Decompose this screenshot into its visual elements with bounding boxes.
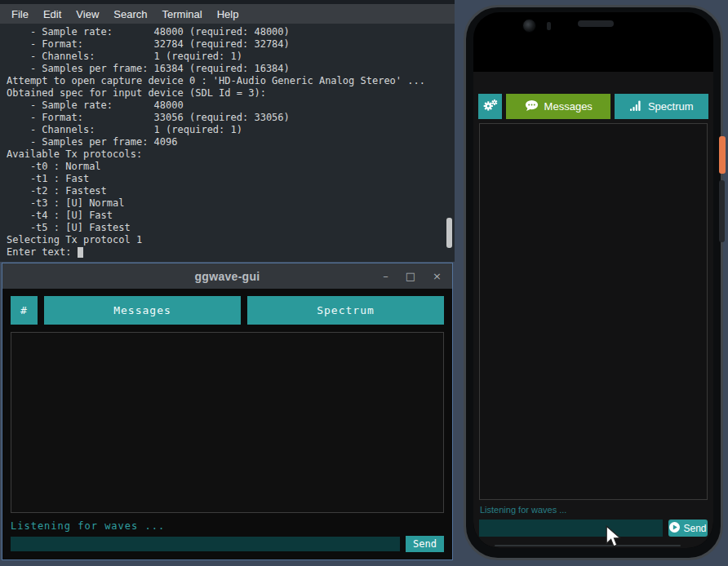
terminal-line: - Format: 33056 (required: 33056) <box>7 112 448 124</box>
message-input[interactable] <box>11 537 400 551</box>
phone-sensor <box>547 22 551 30</box>
terminal-line: - Channels: 1 (required: 1) <box>7 51 448 63</box>
phone-screen: Messages Spectrum <box>473 12 713 548</box>
menu-edit[interactable]: Edit <box>43 8 61 20</box>
menu-help[interactable]: Help <box>217 8 239 20</box>
window-controls: – □ × <box>383 263 442 289</box>
menu-search[interactable]: Search <box>113 8 147 20</box>
phone-emulator: Messages Spectrum <box>464 5 723 560</box>
terminal-scrollbar-thumb[interactable] <box>446 218 452 248</box>
terminal-window: File Edit View Search Terminal Help - Sa… <box>0 0 455 262</box>
phone-tab-row: Messages Spectrum <box>478 94 708 119</box>
listening-status: Listening for waves ... <box>11 520 444 532</box>
phone-send-button[interactable]: Send <box>668 520 708 537</box>
ggwave-gui-window: ggwave-gui – □ × # Messages Spectrum Lis… <box>2 263 453 560</box>
home-indicator <box>495 545 681 546</box>
terminal-line: Enter text: <box>7 246 448 259</box>
terminal-line: - Samples per frame: 4096 <box>7 136 448 148</box>
terminal-line: -t3 : [U] Normal <box>7 197 448 210</box>
menu-view[interactable]: View <box>76 8 99 20</box>
terminal-line: -t5 : [U] Fastest <box>7 222 448 234</box>
send-button[interactable]: Send <box>406 536 444 552</box>
terminal-line: - Samples per frame: 16384 (required: 16… <box>7 63 448 75</box>
gears-icon <box>482 99 498 115</box>
phone-messages-panel <box>479 123 708 500</box>
phone-tab-messages[interactable]: Messages <box>506 94 610 119</box>
gui-input-row: Send <box>11 536 444 552</box>
phone-tab-spectrum[interactable]: Spectrum <box>615 94 708 119</box>
window-titlebar[interactable]: ggwave-gui – □ × <box>2 263 452 289</box>
terminal-line: -t1 : Fast <box>7 173 448 185</box>
terminal-menubar: File Edit View Search Terminal Help <box>0 4 455 24</box>
terminal-output[interactable]: - Sample rate: 48000 (required: 48000) -… <box>0 24 455 262</box>
phone-send-label: Send <box>683 523 706 534</box>
terminal-line: Selecting Tx protocol 1 <box>7 234 448 246</box>
phone-volume-button[interactable] <box>719 180 725 242</box>
signal-bars-icon <box>630 100 642 113</box>
menu-file[interactable]: File <box>11 8 29 20</box>
terminal-line: -t0 : Normal <box>7 161 448 173</box>
play-icon <box>669 522 680 535</box>
phone-listening-status: Listening for waves ... <box>480 505 707 515</box>
terminal-line: -t4 : [U] Fast <box>7 210 448 222</box>
maximize-button[interactable]: □ <box>406 271 415 281</box>
gui-tab-row: # Messages Spectrum <box>11 296 444 325</box>
close-button[interactable]: × <box>433 271 442 281</box>
menu-terminal[interactable]: Terminal <box>162 8 202 20</box>
phone-settings-button[interactable] <box>478 94 502 119</box>
terminal-line: Attempt to open capture device 0 : 'HD-A… <box>7 75 448 87</box>
phone-camera <box>522 19 536 33</box>
terminal-line: - Channels: 1 (required: 1) <box>7 124 448 136</box>
terminal-line: - Sample rate: 48000 (required: 48000) <box>7 26 448 38</box>
gui-content: # Messages Spectrum Listening for waves … <box>2 289 452 559</box>
minimize-button[interactable]: – <box>383 271 388 281</box>
phone-tab-spectrum-label: Spectrum <box>648 100 694 113</box>
tab-messages[interactable]: Messages <box>44 296 241 325</box>
terminal-line: Obtained spec for input device (SDL Id =… <box>7 87 448 99</box>
terminal-line: - Format: 32784 (required: 32784) <box>7 38 448 51</box>
phone-power-button[interactable] <box>719 136 726 174</box>
phone-message-input[interactable] <box>479 520 663 537</box>
terminal-line: -t2 : Fastest <box>7 185 448 197</box>
hash-button[interactable]: # <box>11 296 38 325</box>
phone-input-row: Send <box>479 520 708 537</box>
messages-panel <box>11 332 444 513</box>
phone-tab-messages-label: Messages <box>544 100 593 113</box>
terminal-cursor <box>78 247 83 258</box>
phone-app: Messages Spectrum <box>473 72 713 548</box>
terminal-line: Available Tx protocols: <box>7 148 448 161</box>
speech-bubble-icon <box>525 99 539 114</box>
phone-speaker <box>578 20 614 27</box>
tab-spectrum[interactable]: Spectrum <box>247 296 444 325</box>
terminal-line: - Sample rate: 48000 <box>7 99 448 112</box>
